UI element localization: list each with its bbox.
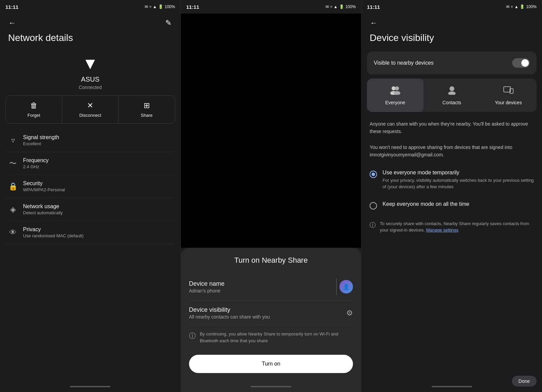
signal-icon: ▲ — [153, 4, 157, 9]
disconnect-label: Disconnect — [79, 113, 101, 118]
signal-value: Excellent — [23, 141, 172, 146]
panel3-content: Device visibility Visible to nearby devi… — [361, 32, 542, 384]
contacts-option[interactable]: Contacts — [423, 79, 480, 112]
done-button[interactable]: Done — [512, 376, 537, 387]
contacts-label: Contacts — [442, 100, 461, 105]
status-icons-1: ✉ ▿ ▲ 🔋 100% — [145, 4, 175, 9]
signal-icon-3: ▲ — [514, 4, 518, 9]
svg-point-4 — [450, 86, 454, 91]
message-icon-3: ✉ — [506, 4, 509, 9]
manage-settings-row: ⓘ To securely share with contacts, Nearb… — [367, 215, 537, 239]
nearby-share-sheet: Turn on Nearby Share Device name Adrian'… — [181, 248, 361, 384]
wifi-icon-container: ▼ ASUS Connected — [5, 54, 175, 90]
nav-indicator-2 — [251, 386, 291, 387]
device-name-label: Device name — [189, 280, 225, 287]
bottom-indicator-2 — [181, 384, 361, 392]
message-icon-2: ✉ — [326, 4, 329, 9]
status-time-1: 11:11 — [5, 4, 18, 10]
message-icon: ✉ — [145, 4, 148, 9]
forget-button[interactable]: 🗑 Forget — [6, 96, 62, 123]
toggle-label: Visible to nearby devices — [374, 60, 434, 66]
back-button-3[interactable]: ← — [367, 16, 380, 30]
manage-settings-link[interactable]: Manage settings — [426, 227, 458, 233]
network-details-panel: 11:11 ✉ ▿ ▲ 🔋 100% ← ✎ Network details ▼… — [0, 0, 181, 392]
device-name-row[interactable]: Device name Adrian's phone 👤 — [189, 273, 353, 301]
wifi-status-icon-3: ▿ — [511, 4, 513, 9]
forget-icon: 🗑 — [30, 101, 38, 110]
privacy-value: Use randomised MAC (default) — [23, 233, 172, 238]
network-usage-value: Detect automatically — [23, 210, 172, 215]
turn-on-button[interactable]: Turn on — [189, 355, 353, 373]
nearby-share-panel: 11:11 ✉ ▿ ▲ 🔋 100% Turn on Nearby Share … — [181, 0, 361, 392]
nav-indicator-1 — [70, 386, 110, 387]
frequency-row-icon: 〜 — [8, 158, 18, 169]
page-title-1: Network details — [5, 32, 175, 43]
signal-label: Signal strength — [23, 134, 172, 140]
status-time-2: 11:11 — [186, 4, 199, 10]
your-devices-label: Your devices — [495, 100, 522, 105]
info-icon: ⓘ — [189, 331, 196, 341]
desc-text-2: You won't need to approve sharing from d… — [367, 141, 537, 164]
action-buttons: 🗑 Forget ✕ Disconnect ⊞ Share — [5, 95, 175, 124]
status-icons-2: ✉ ▿ ▲ 🔋 100% — [326, 4, 356, 9]
page-title-3: Device visibility — [367, 32, 537, 43]
wifi-large-icon: ▼ — [82, 54, 99, 73]
everyone-option[interactable]: Everyone — [367, 79, 423, 112]
privacy-label: Privacy — [23, 226, 172, 233]
avatar: 👤 — [339, 280, 353, 293]
disconnect-button[interactable]: ✕ Disconnect — [62, 96, 119, 123]
temp-mode-sublabel: For your privacy, visibility automatical… — [382, 177, 534, 190]
back-button-1[interactable]: ← — [5, 16, 19, 30]
status-bar-3: 11:11 ✉ ▿ ▲ 🔋 100% — [361, 0, 542, 14]
device-visibility-label: Device visibility — [189, 306, 270, 313]
keep-mode-option[interactable]: Keep everyone mode on all the time — [367, 196, 537, 215]
network-usage-label: Network usage — [23, 203, 172, 210]
wifi-status-icon: ▿ — [149, 4, 151, 9]
device-visibility-value: All nearby contacts can share with you — [189, 314, 270, 320]
signal-row: ▿ Signal strength Excellent — [5, 129, 175, 152]
network-usage-row: ◈ Network usage Detect automatically — [5, 198, 175, 221]
status-bar-1: 11:11 ✉ ▿ ▲ 🔋 100% — [0, 0, 181, 14]
battery-icon-2: 🔋 — [339, 4, 344, 9]
info-row-icon: ⓘ — [370, 221, 376, 229]
device-visibility-panel: 11:11 ✉ ▿ ▲ 🔋 100% ← Device visibility V… — [361, 0, 542, 392]
contacts-icon — [447, 85, 457, 97]
network-status: Connected — [79, 85, 102, 90]
frequency-row: 〜 Frequency 2.4 GHz — [5, 152, 175, 175]
battery-icon: 🔋 — [158, 4, 163, 9]
security-value: WPA/WPA2-Personal — [23, 187, 172, 192]
network-usage-icon: ◈ — [8, 205, 18, 214]
top-bar-3: ← — [361, 14, 542, 32]
status-time-3: 11:11 — [367, 4, 380, 10]
top-bar-1: ← ✎ — [0, 14, 181, 32]
signal-icon-2: ▲ — [334, 4, 338, 9]
visibility-options: Everyone Contacts Your d — [367, 79, 537, 112]
row-divider — [336, 278, 337, 295]
battery-pct-1: 100% — [165, 4, 175, 9]
your-devices-icon — [503, 85, 514, 97]
nearby-share-background — [181, 14, 361, 248]
visibility-toggle-card[interactable]: Visible to nearby devices — [367, 51, 537, 74]
share-button[interactable]: ⊞ Share — [118, 96, 175, 123]
visibility-toggle[interactable] — [512, 58, 530, 68]
wifi-status-icon-2: ▿ — [330, 4, 332, 9]
share-icon: ⊞ — [144, 101, 150, 110]
device-name-value: Adrian's phone — [189, 288, 225, 293]
battery-pct-2: 100% — [346, 4, 356, 9]
panel1-content: Network details ▼ ASUS Connected 🗑 Forge… — [0, 32, 181, 384]
share-label: Share — [141, 113, 153, 118]
gear-icon[interactable]: ⚙ — [346, 309, 353, 318]
nearby-info: ⓘ By continuing, you allow Nearby Share … — [189, 325, 353, 349]
your-devices-option[interactable]: Your devices — [480, 79, 537, 112]
temp-mode-option[interactable]: Use everyone mode temporarily For your p… — [367, 164, 537, 196]
frequency-label: Frequency — [23, 157, 172, 164]
disconnect-icon: ✕ — [87, 101, 93, 110]
keep-mode-radio[interactable] — [370, 202, 377, 210]
svg-point-1 — [395, 86, 399, 90]
device-visibility-row[interactable]: Device visibility All nearby contacts ca… — [189, 301, 353, 325]
privacy-row: 👁 Privacy Use randomised MAC (default) — [5, 221, 175, 244]
edit-button[interactable]: ✎ — [162, 16, 175, 30]
everyone-label: Everyone — [385, 100, 405, 105]
svg-point-5 — [448, 91, 456, 95]
temp-mode-radio[interactable] — [370, 171, 377, 178]
